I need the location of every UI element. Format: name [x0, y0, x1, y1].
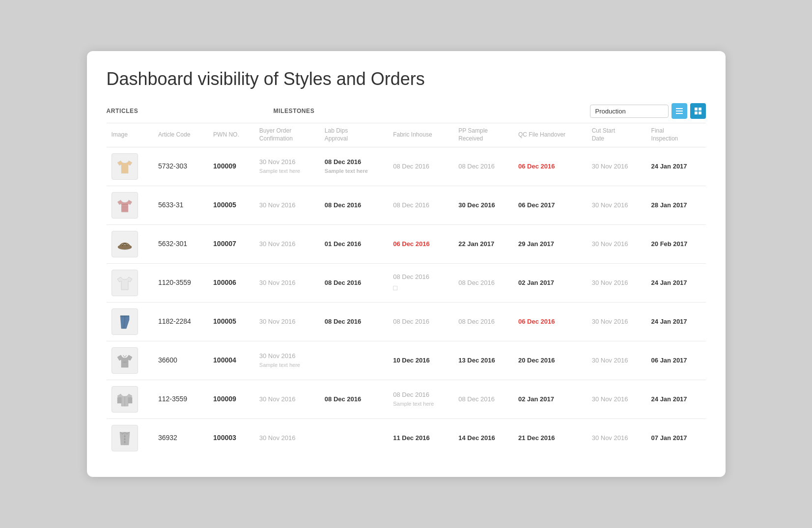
- final-inspection-cell: 06 Jan 2017: [646, 341, 706, 380]
- fabric-inhouse-cell: 08 Dec 2016Sample text here: [388, 380, 453, 418]
- article-code-cell: 5732-303: [153, 147, 208, 186]
- svg-rect-0: [676, 108, 683, 109]
- cut-start-cell: 30 Nov 2016: [587, 302, 646, 341]
- pwn-no-cell: 100009: [208, 380, 254, 418]
- table-row: 1120-355910000630 Nov 201608 Dec 201608 …: [107, 263, 706, 302]
- svg-point-23: [124, 441, 125, 443]
- article-image: [112, 425, 138, 451]
- table-header-row: Image Article Code PWN NO. Buyer OrderCo…: [107, 123, 706, 147]
- pp-sample-cell: 08 Dec 2016: [453, 263, 513, 302]
- col-final-inspection: FinalInspection: [646, 123, 706, 147]
- fabric-inhouse-cell: 10 Dec 2016: [388, 341, 453, 380]
- pwn-no-cell: 100003: [208, 418, 254, 457]
- cut-start-cell: 30 Nov 2016: [587, 186, 646, 224]
- svg-rect-1: [676, 111, 683, 111]
- lab-dips-cell: 08 Dec 2016: [320, 186, 388, 224]
- article-code-cell: 5633-31: [153, 186, 208, 224]
- pp-sample-cell: 08 Dec 2016: [453, 380, 513, 418]
- svg-rect-6: [699, 111, 701, 114]
- buyer-order-cell: 30 Nov 2016: [254, 380, 320, 418]
- fabric-inhouse-cell: 11 Dec 2016: [388, 418, 453, 457]
- final-inspection-cell: 24 Jan 2017: [646, 263, 706, 302]
- filter-input[interactable]: [590, 105, 669, 118]
- grid-icon: [695, 108, 701, 114]
- pp-sample-cell: 08 Dec 2016: [453, 302, 513, 341]
- filter-area: [590, 103, 706, 119]
- main-card: Dashboard visibility of Styles and Order…: [87, 51, 726, 476]
- svg-rect-2: [676, 113, 683, 114]
- svg-rect-4: [699, 108, 701, 111]
- col-lab-dips: Lab DipsApproval: [320, 123, 388, 147]
- buyer-order-cell: 30 Nov 2016Sample text here: [254, 341, 320, 380]
- article-image: [112, 270, 138, 296]
- pp-sample-cell: 30 Dec 2016: [453, 186, 513, 224]
- final-inspection-cell: 28 Jan 2017: [646, 186, 706, 224]
- table-row: 1182-228410000530 Nov 201608 Dec 201608 …: [107, 302, 706, 341]
- col-buyer-order: Buyer OrderConfirmation: [254, 123, 320, 147]
- article-code-cell: 36600: [153, 341, 208, 380]
- article-code-cell: 1182-2284: [153, 302, 208, 341]
- comment-icon: □: [393, 283, 448, 293]
- svg-rect-11: [121, 210, 128, 211]
- article-image: [112, 192, 138, 219]
- lab-dips-cell: 08 Dec 2016: [320, 380, 388, 418]
- qc-file-cell: 02 Jan 2017: [513, 380, 587, 418]
- article-image-cell: [107, 224, 153, 263]
- svg-rect-8: [121, 206, 128, 207]
- table-row: 5732-30310000930 Nov 2016Sample text her…: [107, 147, 706, 186]
- buyer-order-cell: 30 Nov 2016: [254, 418, 320, 457]
- table-row: 112-355910000930 Nov 201608 Dec 201608 D…: [107, 380, 706, 418]
- svg-point-22: [124, 438, 125, 440]
- article-image-cell: [107, 418, 153, 457]
- article-image: [112, 386, 138, 413]
- fabric-inhouse-cell: 08 Dec 2016□: [388, 263, 453, 302]
- article-image: [112, 231, 138, 257]
- list-view-button[interactable]: [672, 103, 687, 119]
- fabric-inhouse-cell: 08 Dec 2016: [388, 302, 453, 341]
- col-article-code: Article Code: [153, 123, 208, 147]
- article-image: [112, 347, 138, 374]
- pwn-no-cell: 100005: [208, 302, 254, 341]
- cut-start-cell: 30 Nov 2016: [587, 341, 646, 380]
- lab-dips-cell: [320, 418, 388, 457]
- lab-dips-cell: [320, 341, 388, 380]
- table-row: 3693210000330 Nov 201611 Dec 201614 Dec …: [107, 418, 706, 457]
- svg-rect-18: [117, 397, 121, 403]
- article-image-cell: [107, 302, 153, 341]
- table-row: 5633-3110000530 Nov 201608 Dec 201608 De…: [107, 186, 706, 224]
- qc-file-cell: 29 Jan 2017: [513, 224, 587, 263]
- svg-rect-15: [120, 315, 129, 317]
- pwn-no-cell: 100005: [208, 186, 254, 224]
- cut-start-cell: 30 Nov 2016: [587, 418, 646, 457]
- grid-view-button[interactable]: [690, 103, 706, 119]
- qc-file-cell: 06 Dec 2017: [513, 186, 587, 224]
- page-title: Dashboard visibility of Styles and Order…: [107, 69, 706, 89]
- buyer-order-cell: 30 Nov 2016: [254, 302, 320, 341]
- article-code-cell: 112-3559: [153, 380, 208, 418]
- table-row: 3660010000430 Nov 2016Sample text here10…: [107, 341, 706, 380]
- article-image-cell: [107, 186, 153, 224]
- article-image: [112, 308, 138, 335]
- svg-rect-10: [121, 209, 128, 210]
- pp-sample-cell: 14 Dec 2016: [453, 418, 513, 457]
- svg-rect-19: [128, 397, 132, 403]
- buyer-order-cell: 30 Nov 2016: [254, 186, 320, 224]
- pp-sample-cell: 22 Jan 2017: [453, 224, 513, 263]
- data-table: Image Article Code PWN NO. Buyer OrderCo…: [107, 123, 706, 457]
- cut-start-cell: 30 Nov 2016: [587, 380, 646, 418]
- svg-rect-16: [123, 361, 127, 363]
- final-inspection-cell: 24 Jan 2017: [646, 147, 706, 186]
- fabric-inhouse-cell: 08 Dec 2016: [388, 186, 453, 224]
- col-pwn-no: PWN NO.: [208, 123, 254, 147]
- col-image: Image: [107, 123, 153, 147]
- qc-file-cell: 06 Dec 2016: [513, 147, 587, 186]
- pwn-no-cell: 100009: [208, 147, 254, 186]
- qc-file-cell: 21 Dec 2016: [513, 418, 587, 457]
- table-row: 5632-30110000730 Nov 201601 Dec 201606 D…: [107, 224, 706, 263]
- table-section-header: ARTICLES MILESTONES: [107, 103, 706, 119]
- cut-start-cell: 30 Nov 2016: [587, 263, 646, 302]
- qc-file-cell: 06 Dec 2016: [513, 302, 587, 341]
- svg-rect-9: [121, 207, 128, 208]
- article-image: [112, 153, 138, 180]
- list-icon: [676, 108, 683, 114]
